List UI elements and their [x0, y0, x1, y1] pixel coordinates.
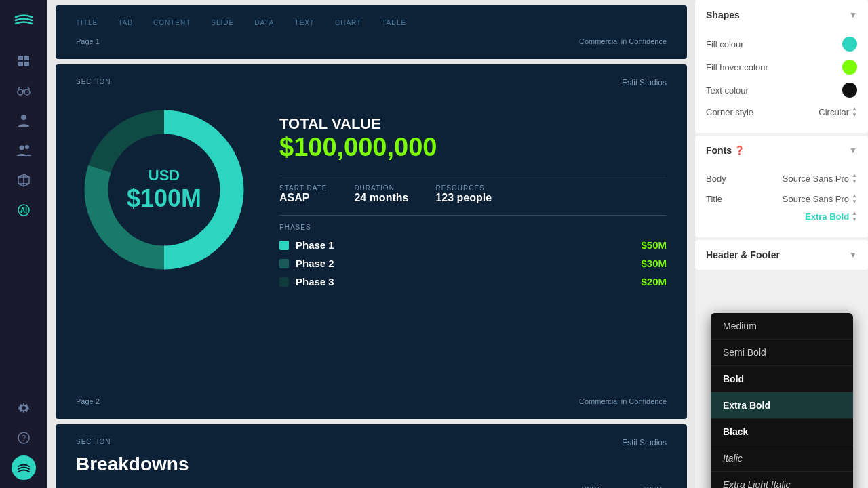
phase1-dot — [279, 241, 289, 250]
page1-tab: TAB — [118, 19, 133, 26]
section3-label: SECTION — [76, 438, 111, 445]
svg-rect-0 — [18, 56, 23, 60]
app-logo[interactable] — [12, 8, 36, 33]
page1-tab: TABLE — [382, 19, 406, 26]
svg-point-5 — [24, 89, 30, 95]
phase-row-3: Phase 3 $20M — [279, 276, 667, 287]
svg-rect-1 — [24, 56, 29, 60]
stat-duration: DURATION 24 months — [354, 184, 408, 204]
sidebar-item-person[interactable] — [12, 108, 36, 133]
donut-chart: USD $100M — [76, 102, 252, 278]
sidebar-item-team[interactable] — [12, 138, 36, 163]
sidebar-item-settings[interactable] — [12, 396, 36, 420]
fill-hover-colour-label: Fill hover colour — [706, 62, 768, 73]
corner-style-stepper[interactable]: ▲ ▼ — [852, 106, 857, 118]
sidebar-item-grid[interactable] — [12, 49, 36, 73]
font-weight-dropdown: Medium Semi Bold Bold Extra Bold Black I… — [711, 313, 853, 488]
body-font-row: Body Source Sans Pro ▲ ▼ — [706, 168, 857, 188]
main-content: TITLE TAB CONTENT SLIDE DATA TEXT CHART … — [47, 0, 695, 488]
phases-label: PHASES — [279, 224, 667, 231]
page2-footer: Page 2 Commercial in Confidence — [76, 397, 667, 405]
sidebar-item-help[interactable]: ? — [12, 426, 36, 450]
shapes-body: Fill colour Fill hover colour Text colou… — [695, 30, 868, 133]
page1-tab: CHART — [335, 19, 361, 26]
sidebar: AI ? — [0, 0, 47, 488]
slide-container: TITLE TAB CONTENT SLIDE DATA TEXT CHART … — [47, 0, 695, 488]
page1-label: Page 1 — [76, 37, 100, 45]
shapes-section: Shapes ▼ Fill colour Fill hover colour T… — [695, 0, 868, 133]
total-label: TOTAL VALUE — [279, 115, 667, 133]
page1-confidential: Commercial in Confidence — [579, 37, 667, 45]
fonts-help-icon[interactable]: ❓ — [734, 146, 745, 155]
section-label: SECTION — [76, 78, 111, 85]
phase3-dot — [279, 277, 289, 287]
slide-page1: TITLE TAB CONTENT SLIDE DATA TEXT CHART … — [56, 5, 687, 59]
page1-tab: DATA — [254, 19, 274, 26]
dropdown-item-italic[interactable]: Italic — [711, 445, 853, 472]
text-colour-swatch[interactable] — [842, 83, 857, 98]
phase-row-2: Phase 2 $30M — [279, 258, 667, 269]
title-weight-value[interactable]: Extra Bold — [805, 211, 849, 222]
dropdown-item-extra-light-italic[interactable]: Extra Light Italic — [711, 472, 853, 488]
sidebar-item-cube[interactable] — [12, 168, 36, 192]
svg-text:AI: AI — [20, 207, 27, 214]
shapes-chevron-icon: ▼ — [849, 10, 857, 20]
sidebar-item-ai[interactable]: AI — [12, 198, 36, 222]
phase2-dot — [279, 259, 289, 268]
page1-tab: TEXT — [294, 19, 315, 26]
shapes-header[interactable]: Shapes ▼ — [695, 0, 868, 30]
svg-point-15 — [22, 406, 26, 410]
stat-start-date: START DATE ASAP — [279, 184, 327, 204]
title-font-value: Source Sans Pro — [783, 194, 849, 204]
page1-tab: CONTENT — [153, 19, 191, 26]
donut-amount: $100M — [127, 184, 201, 213]
fill-hover-colour-row: Fill hover colour — [706, 56, 857, 79]
dropdown-item-medium[interactable]: Medium — [711, 313, 853, 340]
body-font-stepper[interactable]: ▲ ▼ — [852, 172, 857, 184]
shapes-title: Shapes — [706, 9, 740, 20]
stat-resources: RESOURCES 123 people — [435, 184, 492, 204]
title-font-label: Title — [706, 194, 722, 204]
dropdown-item-extra-bold[interactable]: Extra Bold — [711, 392, 853, 419]
fonts-body: Body Source Sans Pro ▲ ▼ Title Source Sa… — [695, 165, 868, 237]
corner-value-group: Circular ▲ ▼ — [818, 106, 857, 118]
fill-colour-row: Fill colour — [706, 33, 857, 56]
company3-label: Estii Studios — [622, 438, 667, 451]
fill-hover-colour-swatch[interactable] — [842, 60, 857, 75]
svg-text:?: ? — [21, 434, 25, 442]
dropdown-item-bold[interactable]: Bold — [711, 366, 853, 392]
fonts-header[interactable]: Fonts ❓ ▼ — [695, 136, 868, 165]
svg-rect-2 — [18, 62, 23, 66]
page2-confidential: Commercial in Confidence — [579, 397, 667, 405]
fonts-title: Fonts — [706, 145, 732, 156]
dropdown-item-semi-bold[interactable]: Semi Bold — [711, 340, 853, 366]
user-avatar[interactable] — [12, 455, 36, 480]
fill-colour-swatch[interactable] — [842, 37, 857, 52]
donut-currency: USD — [127, 167, 201, 184]
corner-style-value: Circular — [818, 107, 849, 117]
page1-tab: SLIDE — [211, 19, 234, 26]
company-label: Estii Studios — [622, 78, 667, 91]
slide2-right: TOTAL VALUE $100,000,000 START DATE ASAP… — [279, 102, 667, 386]
page2-label: Page 2 — [76, 397, 100, 405]
title-weight-row: Extra Bold ▲ ▼ — [706, 209, 857, 226]
svg-point-4 — [18, 89, 23, 95]
body-font-value: Source Sans Pro — [783, 174, 849, 184]
svg-point-7 — [19, 146, 24, 150]
svg-point-6 — [21, 115, 26, 120]
dropdown-item-black[interactable]: Black — [711, 419, 853, 445]
sidebar-bottom: ? — [12, 396, 36, 480]
body-font-label: Body — [706, 174, 726, 184]
header-footer-header[interactable]: Header & Footer ▼ — [695, 240, 868, 270]
sidebar-item-binoculars[interactable] — [12, 79, 36, 103]
page1-tab: TITLE — [76, 19, 98, 26]
page1-footer: Page 1 Commercial in Confidence — [76, 37, 667, 45]
title-font-stepper[interactable]: ▲ ▼ — [852, 192, 857, 205]
title-weight-stepper[interactable]: ▲ ▼ — [852, 210, 857, 222]
svg-rect-3 — [24, 62, 29, 66]
fill-colour-label: Fill colour — [706, 39, 744, 49]
svg-point-8 — [25, 145, 29, 149]
text-colour-label: Text colour — [706, 85, 749, 96]
slide-page2: SECTION Estii Studios — [56, 64, 687, 419]
header-footer-title: Header & Footer — [706, 249, 780, 260]
